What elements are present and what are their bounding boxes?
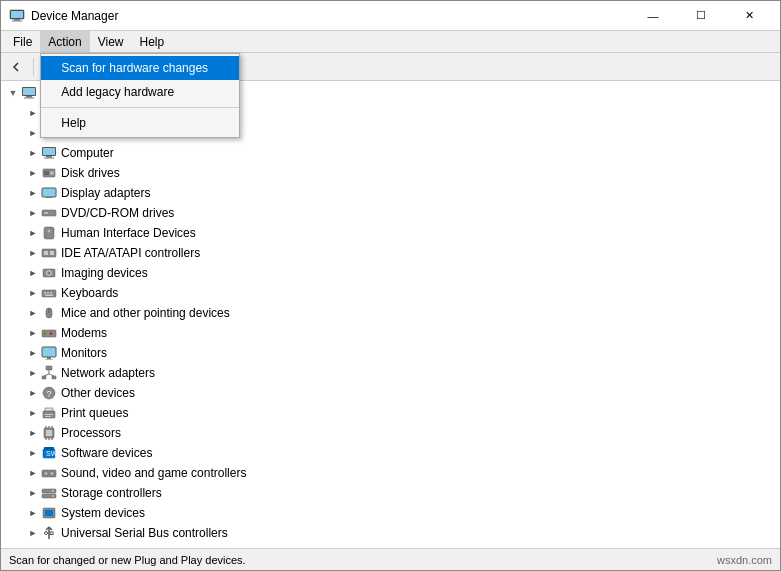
window-icon	[9, 8, 25, 24]
maximize-button[interactable]: ☐	[678, 1, 724, 31]
close-button[interactable]: ✕	[726, 1, 772, 31]
tree-item[interactable]: ► Disk drives	[1, 163, 780, 183]
tree-item[interactable]: ► Processors	[1, 423, 780, 443]
svg-rect-39	[44, 292, 46, 294]
tree-item[interactable]: ► Universal Serial Bus controllers	[1, 523, 780, 543]
mouse-icon	[41, 305, 57, 321]
expand-icon: ▼	[5, 85, 21, 101]
tree-item[interactable]: ► Modems	[1, 323, 780, 343]
svg-rect-22	[44, 158, 54, 159]
svg-point-80	[52, 490, 54, 492]
dvd-icon	[41, 205, 57, 221]
svg-rect-33	[44, 251, 48, 255]
menu-help[interactable]: Help	[132, 31, 173, 52]
tree-item[interactable]: ► Mice and other pointing devices	[1, 303, 780, 323]
device-manager-window: Device Manager — ☐ ✕ File Action Scan fo…	[0, 0, 781, 571]
svg-rect-62	[45, 416, 51, 417]
tree-item[interactable]: ► System devices	[1, 503, 780, 523]
toolbar-sep1	[33, 58, 34, 76]
expand-arrow: ►	[25, 185, 41, 201]
expand-arrow: ►	[25, 405, 41, 421]
svg-text:SW: SW	[46, 450, 57, 457]
monitor-icon	[41, 345, 57, 361]
expand-arrow: ►	[25, 145, 41, 161]
expand-arrow: ►	[25, 345, 41, 361]
svg-rect-30	[44, 227, 54, 239]
tree-item[interactable]: ► SW Software devices	[1, 443, 780, 463]
network-icon	[41, 365, 57, 381]
expand-arrow: ►	[25, 245, 41, 261]
tree-item-label: Keyboards	[61, 286, 118, 300]
tree-items-container: ► Batteries ► B Bluetooth ► Computer ► D…	[1, 103, 780, 543]
expand-arrow: ►	[25, 325, 41, 341]
tree-item[interactable]: ► Network adapters	[1, 363, 780, 383]
tree-item[interactable]: ► Display adapters	[1, 183, 780, 203]
svg-rect-12	[23, 88, 35, 95]
menu-help[interactable]: Help	[41, 111, 239, 135]
expand-arrow: ►	[25, 385, 41, 401]
tree-item[interactable]: ► Human Interface Devices	[1, 223, 780, 243]
menu-separator	[41, 107, 239, 108]
keyboard-icon	[41, 285, 57, 301]
tree-item[interactable]: ► IDE ATA/ATAPI controllers	[1, 243, 780, 263]
tree-item-label: Other devices	[61, 386, 135, 400]
svg-point-81	[52, 495, 54, 497]
svg-line-56	[44, 374, 49, 376]
tree-root: ▼ DESKTOP-ABC123 ► Batteries ► B Bluetoo…	[1, 83, 780, 543]
menu-file[interactable]: File	[5, 31, 40, 52]
tree-item-label: Sound, video and game controllers	[61, 466, 246, 480]
tree-item[interactable]: ► Imaging devices	[1, 263, 780, 283]
expand-arrow: ►	[25, 105, 41, 121]
usb-icon	[41, 525, 57, 541]
processor-icon	[41, 425, 57, 441]
tree-item-label: Human Interface Devices	[61, 226, 196, 240]
ide-icon	[41, 245, 57, 261]
svg-rect-54	[52, 376, 56, 379]
tree-item[interactable]: ► DVD/CD-ROM drives	[1, 203, 780, 223]
svg-rect-21	[46, 156, 52, 158]
expand-arrow: ►	[25, 485, 41, 501]
menu-view[interactable]: View	[90, 31, 132, 52]
menu-add-legacy[interactable]: Add legacy hardware	[41, 80, 239, 104]
tree-item[interactable]: ► Keyboards	[1, 283, 780, 303]
expand-arrow: ►	[25, 425, 41, 441]
device-tree[interactable]: ▼ DESKTOP-ABC123 ► Batteries ► B Bluetoo…	[1, 81, 780, 548]
tree-item-label: Software devices	[61, 446, 152, 460]
svg-point-31	[48, 230, 51, 233]
system-icon	[41, 505, 57, 521]
svg-text:?: ?	[47, 389, 52, 399]
svg-point-87	[45, 532, 48, 535]
tree-item[interactable]: ► Storage controllers	[1, 483, 780, 503]
svg-rect-88	[50, 532, 53, 535]
title-bar-left: Device Manager	[9, 8, 118, 24]
tree-item[interactable]: ► Print queues	[1, 403, 780, 423]
expand-arrow: ►	[25, 465, 41, 481]
tree-item-label: Print queues	[61, 406, 128, 420]
tree-item[interactable]: ► Computer	[1, 143, 780, 163]
back-icon	[10, 60, 24, 74]
other-icon: ?	[41, 385, 57, 401]
svg-rect-29	[44, 212, 48, 214]
tree-item-label: System devices	[61, 506, 145, 520]
tree-item[interactable]: ► Sound, video and game controllers	[1, 463, 780, 483]
menu-scan-hardware[interactable]: Scan for hardware changes	[41, 56, 239, 80]
expand-arrow: ►	[25, 265, 41, 281]
tree-item-label: Imaging devices	[61, 266, 148, 280]
menu-action[interactable]: Action Scan for hardware changes Add leg…	[40, 31, 89, 52]
tree-item-label: Monitors	[61, 346, 107, 360]
svg-rect-51	[45, 359, 53, 360]
expand-arrow: ►	[25, 525, 41, 541]
expand-arrow: ►	[25, 365, 41, 381]
svg-rect-1	[11, 11, 23, 18]
svg-rect-2	[14, 19, 20, 21]
expand-arrow: ►	[25, 125, 41, 141]
svg-rect-53	[42, 376, 46, 379]
tree-item[interactable]: ► Monitors	[1, 343, 780, 363]
svg-rect-20	[43, 148, 55, 155]
svg-rect-13	[26, 96, 32, 98]
svg-point-37	[48, 272, 51, 275]
status-bar: Scan for changed or new Plug and Play de…	[1, 548, 780, 570]
minimize-button[interactable]: —	[630, 1, 676, 31]
tree-item[interactable]: ► ? Other devices	[1, 383, 780, 403]
toolbar-back[interactable]	[5, 56, 29, 78]
